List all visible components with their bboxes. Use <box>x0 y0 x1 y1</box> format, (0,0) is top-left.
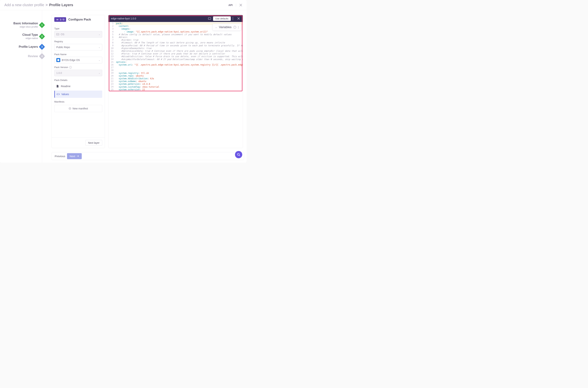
yaml-editor-panel: edge-native-byoi 1.0.0 Use defaults ⌄ Va… <box>108 15 243 148</box>
panel-title: Configure Pack <box>68 18 91 22</box>
info-icon[interactable]: i <box>69 66 72 69</box>
step-basic-information[interactable]: Basic Information edge-vbox-profile 1 <box>0 19 42 31</box>
step-cloud-type[interactable]: Cloud Type edge-native 2 <box>0 31 42 42</box>
new-manifest-button[interactable]: New manifest <box>54 105 102 112</box>
type-label: Type <box>54 27 102 30</box>
chevron-down-icon: ⌄ <box>99 46 100 48</box>
svg-rect-2 <box>208 18 211 19</box>
registry-value: Public Repo <box>56 46 70 49</box>
page-header: Add a new cluster profile > Profile Laye… <box>0 0 247 10</box>
help-fab[interactable] <box>235 151 242 158</box>
manifests-label: Manifests <box>54 100 102 103</box>
editor-title: edge-native-byoi 1.0.0 <box>111 17 206 20</box>
close-icon[interactable] <box>239 4 242 6</box>
step-profile-layers[interactable]: Profile Layers 3 <box>0 42 42 51</box>
tab-values[interactable]: Values <box>54 91 102 98</box>
chevron-down-icon: ⌄ <box>215 26 217 28</box>
step-sub: edge-vbox-profile <box>13 25 38 28</box>
variables-toggle[interactable]: ⌄ Variables ? <box>212 24 241 31</box>
more-options-icon[interactable] <box>238 26 239 28</box>
step-name: Profile Layers <box>19 45 38 48</box>
configure-pack-panel: 1 / 3 Configure Pack Type OS ⌄ Registry <box>51 15 105 148</box>
chevron-down-icon: ⌄ <box>99 72 100 74</box>
close-editor-icon[interactable] <box>237 17 240 20</box>
file-icon <box>56 85 59 88</box>
step-name: Basic Information <box>13 22 38 25</box>
pack-version-value: 1.0.0 <box>56 72 62 74</box>
tab-readme[interactable]: Readme <box>54 83 102 90</box>
editor-header: edge-native-byoi 1.0.0 Use defaults <box>108 15 243 22</box>
type-select[interactable]: OS ⌄ <box>54 31 102 38</box>
next-button[interactable]: Next <box>67 153 82 159</box>
code-icon <box>57 93 60 96</box>
breadcrumb-current: Profile Layers <box>49 3 73 7</box>
code-content[interactable]: pack: content: images: - image: "{{.spec… <box>115 22 243 91</box>
pack-version-label: Pack Version i <box>54 66 102 69</box>
step-name: Review <box>28 55 38 58</box>
expand-icon[interactable] <box>208 17 211 20</box>
pack-version-select[interactable]: 1.0.0 ⌄ <box>54 70 102 76</box>
breadcrumb: Add a new cluster profile > Profile Laye… <box>4 3 225 7</box>
previous-button[interactable]: Previous <box>55 155 65 158</box>
step-review[interactable]: Review 4 <box>0 51 42 61</box>
more-options-icon[interactable] <box>233 17 235 20</box>
use-defaults-button[interactable]: Use defaults <box>213 16 231 21</box>
pack-name-label: Pack Name <box>54 53 102 56</box>
breadcrumb-separator: > <box>46 3 48 7</box>
next-layer-button[interactable]: Next layer <box>85 140 102 146</box>
pack-logo-icon <box>56 58 60 62</box>
wizard-footer: Previous Next <box>51 152 244 160</box>
pack-name-select[interactable]: BYOS Edge OS ⌄ <box>54 57 102 63</box>
pack-name-value: BYOS Edge OS <box>62 59 80 62</box>
chevron-down-icon: ⌄ <box>99 59 100 61</box>
line-gutter: 1234567891011121314151617181920212223242… <box>108 22 115 91</box>
step-sub: edge-native <box>22 37 38 40</box>
arrow-right-icon <box>77 155 79 157</box>
chevron-down-icon: ⌄ <box>99 33 100 36</box>
layers-icon <box>56 18 59 21</box>
yaml-editor[interactable]: 1234567891011121314151617181920212223242… <box>108 22 243 91</box>
type-value: OS <box>61 33 64 36</box>
os-icon <box>56 33 59 36</box>
pack-details-label: Pack Details <box>54 79 102 81</box>
step-progress-badge: 1 / 3 <box>54 17 66 22</box>
registry-select[interactable]: Public Repo ⌄ <box>54 44 102 50</box>
variables-label: Variables <box>219 25 231 29</box>
search-icon <box>237 153 240 156</box>
wizard-sidebar: Basic Information edge-vbox-profile 1 Cl… <box>0 10 42 163</box>
step-name: Cloud Type <box>22 33 38 36</box>
registry-label: Registry <box>54 40 102 43</box>
api-link[interactable]: API <box>225 4 236 6</box>
help-icon[interactable]: ? <box>233 26 236 29</box>
plus-circle-icon <box>69 107 71 110</box>
breadcrumb-parent[interactable]: Add a new cluster profile <box>4 3 44 7</box>
